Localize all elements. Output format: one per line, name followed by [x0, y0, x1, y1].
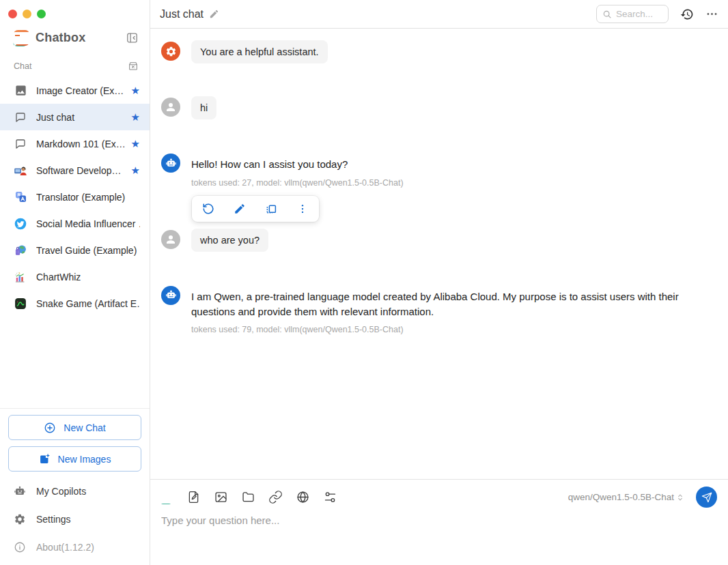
message-bubble[interactable]: who are you? — [191, 229, 268, 252]
gear-icon — [14, 513, 26, 525]
message-meta: tokens used: 27, model: vllm(qwen/Qwen1.… — [191, 178, 717, 188]
zoom-window-button[interactable] — [37, 10, 46, 18]
model-selector[interactable]: qwen/Qwen1.5-0.5B-Chat — [568, 492, 685, 502]
message-assistant: I am Qwen, a pre-trained language model … — [161, 285, 717, 335]
about-item[interactable]: About(1.12.2) — [0, 533, 150, 561]
collapse-sidebar-icon[interactable] — [126, 31, 139, 44]
chat-list: Image Creator (Ex… ★ Just chat ★ Markdow… — [0, 77, 150, 317]
regenerate-icon[interactable] — [202, 203, 214, 215]
folder-icon[interactable] — [241, 490, 255, 504]
sidebar-item-just-chat[interactable]: Just chat ★ — [0, 104, 150, 130]
chat-section-label: Chat — [14, 61, 128, 71]
star-icon[interactable]: ★ — [131, 85, 140, 96]
chatbox-logo-icon — [14, 30, 29, 46]
edit-icon[interactable] — [234, 203, 246, 215]
sidebar-item-chartwhiz[interactable]: ChartWhiz — [0, 263, 150, 290]
robot-icon — [14, 485, 26, 497]
sidebar-item-software-developer[interactable]: Software Develop… ★ — [0, 157, 150, 184]
message-bubble[interactable]: You are a helpful assistant. — [191, 40, 328, 63]
sidebar-divider — [0, 408, 150, 409]
robot-icon — [165, 289, 178, 302]
search-icon — [602, 10, 612, 19]
traffic-lights — [0, 0, 150, 20]
app-title: Chatbox — [36, 31, 126, 45]
sidebar-item-markdown-101[interactable]: Markdown 101 (Ex… ★ — [0, 130, 150, 157]
plus-circle-icon — [44, 422, 56, 434]
search-box[interactable] — [596, 5, 669, 23]
send-icon — [701, 492, 712, 503]
message-bubble[interactable]: hi — [191, 96, 216, 119]
assistant-avatar — [161, 154, 180, 173]
main-area: Just chat — [150, 0, 728, 565]
sidebar-bottom: My Copilots Settings About(1.12.2) — [0, 472, 150, 565]
chatbox-mini-logo-icon[interactable] — [161, 491, 173, 504]
chevron-up-down-icon — [675, 493, 685, 502]
message-text[interactable]: Hello! How can I assist you today? — [191, 152, 717, 172]
sidebar-item-translator[interactable]: Translator (Example) — [0, 184, 150, 210]
star-icon[interactable]: ★ — [131, 112, 140, 122]
message-action-toolbar — [192, 196, 319, 222]
composer: qwen/Qwen1.5-0.5B-Chat — [150, 479, 728, 565]
message-assistant: Hello! How can I assist you today? token… — [161, 152, 717, 222]
copy-icon[interactable] — [265, 203, 277, 215]
sidebar: Chatbox Chat Image Creator (Ex… ★ — [0, 0, 150, 565]
chatbox-window: Chatbox Chat Image Creator (Ex… ★ — [0, 0, 728, 565]
close-window-button[interactable] — [8, 10, 17, 18]
clear-conversations-icon[interactable] — [128, 61, 139, 72]
image-plus-icon — [39, 453, 51, 465]
chat-bubble-icon — [14, 111, 27, 124]
chat-section-header: Chat — [0, 46, 150, 77]
sidebar-item-snake-game[interactable]: Snake Game (Artifact E… — [0, 290, 150, 317]
minimize-window-button[interactable] — [23, 10, 31, 18]
chart-icon — [14, 270, 27, 284]
settings-item[interactable]: Settings — [0, 505, 150, 533]
message-system: You are a helpful assistant. — [161, 40, 717, 63]
star-icon[interactable]: ★ — [131, 165, 140, 175]
info-icon — [14, 541, 26, 553]
link-icon[interactable] — [268, 490, 283, 504]
gear-icon — [165, 46, 177, 57]
sidebar-item-travel-guide[interactable]: Travel Guide (Example) — [0, 237, 150, 263]
more-options-icon[interactable] — [296, 203, 309, 215]
new-chat-button[interactable]: New Chat — [8, 415, 141, 440]
message-user: hi — [161, 96, 717, 119]
my-copilots-item[interactable]: My Copilots — [0, 477, 150, 505]
search-input[interactable] — [616, 9, 661, 19]
assistant-avatar — [161, 286, 180, 305]
settings-sliders-icon[interactable] — [323, 490, 337, 504]
translator-icon — [14, 190, 27, 204]
message-list[interactable]: You are a helpful assistant. hi Hello! H… — [150, 29, 728, 479]
web-browsing-icon[interactable] — [296, 490, 310, 504]
more-menu-icon[interactable] — [705, 8, 718, 20]
star-icon[interactable]: ★ — [131, 139, 140, 149]
user-avatar — [161, 230, 180, 249]
edit-title-icon[interactable] — [209, 9, 219, 19]
travel-icon — [14, 244, 27, 257]
message-text[interactable]: I am Qwen, a pre-trained language model … — [191, 285, 717, 319]
attach-file-icon[interactable] — [186, 490, 201, 504]
history-icon[interactable] — [680, 8, 694, 21]
main-header: Just chat — [150, 0, 728, 29]
twitter-icon — [14, 217, 27, 231]
sidebar-item-image-creator[interactable]: Image Creator (Ex… ★ — [0, 77, 150, 104]
robot-icon — [165, 157, 178, 170]
attach-image-icon[interactable] — [214, 490, 228, 504]
system-avatar — [161, 42, 180, 61]
chat-bubble-icon — [14, 137, 27, 151]
new-images-button[interactable]: New Images — [8, 446, 141, 472]
message-meta: tokens used: 79, model: vllm(qwen/Qwen1.… — [191, 325, 717, 334]
sidebar-item-social-media-influencer[interactable]: Social Media Influencer … — [0, 210, 150, 237]
conversation-title: Just chat — [160, 8, 204, 20]
send-button[interactable] — [696, 487, 717, 508]
person-icon — [165, 101, 177, 113]
image-icon — [14, 84, 27, 98]
developer-icon — [14, 164, 27, 177]
brand-row: Chatbox — [0, 20, 150, 46]
message-user: who are you? — [161, 229, 717, 252]
user-avatar — [161, 98, 180, 117]
person-icon — [165, 233, 177, 246]
message-input[interactable] — [161, 515, 717, 555]
snake-game-icon — [14, 297, 27, 310]
